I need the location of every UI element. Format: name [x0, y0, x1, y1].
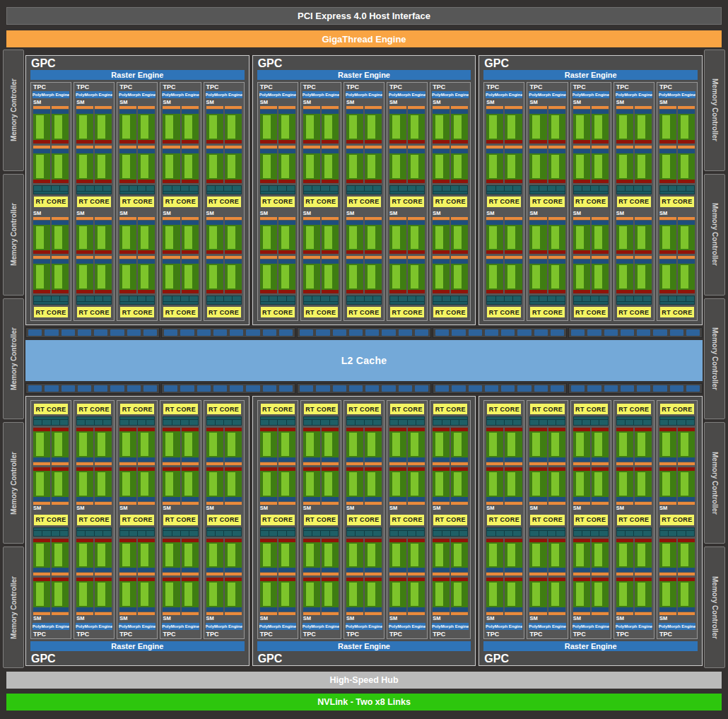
core-unit	[260, 539, 277, 576]
cuda-core-array-highlight	[324, 583, 332, 606]
sm-label: SM	[527, 210, 567, 217]
load-store-bar	[659, 250, 676, 254]
load-store-bar	[119, 180, 136, 183]
cuda-core-array-highlight	[324, 472, 332, 496]
core-column	[95, 539, 112, 616]
cuda-core-array-highlight	[306, 226, 314, 250]
texture-segment	[42, 296, 50, 301]
texture-row	[77, 420, 111, 425]
cuda-core-array	[303, 153, 320, 180]
texture-segment	[261, 296, 269, 301]
scheduler-bar	[678, 573, 695, 575]
scheduler-bar	[260, 217, 277, 220]
texture-row	[304, 186, 338, 191]
core-unit	[529, 428, 546, 465]
rt-core: RT CORE	[77, 404, 111, 414]
texture-segment	[261, 531, 269, 536]
cuda-core-array-highlight	[263, 115, 271, 139]
core-column	[548, 106, 565, 183]
scheduler-bar	[322, 462, 339, 465]
scheduler-bar	[486, 106, 503, 109]
texture-segment	[669, 296, 676, 301]
load-store-bar	[408, 290, 425, 293]
cuda-core-array-highlight	[662, 115, 670, 139]
texture-segment	[408, 420, 416, 425]
texture-segment	[539, 531, 547, 536]
l1-cache-bar	[34, 192, 68, 194]
register-file-bar	[592, 457, 609, 462]
core-columns	[433, 217, 468, 294]
tpc: TPCPolyMorph EngineSMRT CORESMRT CORE	[483, 400, 524, 639]
cuda-core-array	[303, 431, 320, 457]
scheduler-bar	[76, 573, 93, 575]
cuda-core-array	[548, 542, 565, 568]
cuda-core-array-highlight	[122, 155, 130, 178]
register-file-bar	[678, 457, 695, 462]
scheduler-bar	[635, 256, 652, 259]
l1-cache-bar	[574, 417, 608, 419]
cuda-core-array	[505, 471, 522, 497]
sm-label: SM	[571, 505, 611, 512]
load-store-bar	[95, 140, 112, 144]
core-unit	[365, 217, 382, 255]
cuda-core-array-highlight	[263, 433, 271, 456]
cuda-core-array	[451, 225, 468, 251]
cuda-core-array	[659, 114, 676, 140]
texture-segment	[416, 531, 424, 536]
sm-block: SMRT CORE	[74, 99, 114, 209]
texture-segment	[181, 420, 189, 425]
texture-segment	[487, 531, 495, 536]
core-unit	[206, 146, 223, 183]
memory-interface-block	[28, 329, 42, 336]
sm-label: SM	[657, 99, 697, 106]
sm-block: SMRT CORE	[301, 513, 341, 623]
sm-label: SM	[387, 210, 427, 217]
memory-interface-block	[94, 385, 107, 392]
sm-label: SM	[527, 505, 567, 512]
sm-stack: SMRT CORESMRT CORE	[387, 402, 427, 622]
core-unit	[278, 539, 295, 576]
sm-block: SMRT CORE	[117, 513, 157, 623]
texture-row	[617, 186, 651, 191]
tpc: TPCPolyMorph EngineSMRT CORESMRT CORE	[657, 400, 698, 639]
register-file-bar	[616, 568, 633, 572]
texture-units	[346, 296, 382, 305]
texture-segment	[548, 531, 556, 536]
register-file-bar	[52, 457, 69, 462]
register-file-bar	[659, 457, 676, 462]
core-column	[389, 428, 406, 505]
sm-block: SMRT CORE	[258, 99, 298, 209]
cuda-core-array-highlight	[507, 583, 515, 606]
rt-core: RT CORE	[660, 404, 694, 414]
cuda-core-array-highlight	[98, 226, 105, 250]
core-columns	[303, 539, 339, 616]
texture-row	[660, 420, 694, 425]
gpc-label: GPC	[253, 56, 476, 70]
core-columns	[206, 428, 242, 505]
texture-segment	[34, 420, 42, 425]
memory-interface-block	[230, 385, 243, 392]
l2-cache: L2 Cache	[25, 340, 703, 381]
cuda-core-array-highlight	[435, 544, 443, 567]
cuda-core-array-highlight	[209, 155, 217, 178]
gpc-label: GPC	[253, 651, 476, 665]
register-file-bar	[138, 568, 155, 572]
scheduler-bar	[346, 462, 363, 465]
texture-row	[261, 186, 295, 191]
texture-segment	[287, 420, 295, 425]
load-store-bar	[182, 140, 199, 144]
cuda-core-array-highlight	[532, 115, 540, 139]
core-column	[119, 428, 136, 505]
core-columns	[616, 428, 652, 505]
rt-core: RT CORE	[617, 197, 651, 207]
texture-segment	[599, 420, 607, 425]
texture-segment	[95, 420, 102, 425]
load-store-bar	[76, 140, 93, 144]
rt-core: RT CORE	[433, 404, 467, 414]
memory-interface-block	[300, 385, 313, 392]
cuda-core-array-highlight	[638, 115, 645, 139]
cuda-core-array-highlight	[281, 155, 289, 178]
cuda-core-array-highlight	[411, 155, 418, 178]
cuda-core-array	[225, 431, 242, 457]
cuda-core-array	[52, 153, 69, 180]
